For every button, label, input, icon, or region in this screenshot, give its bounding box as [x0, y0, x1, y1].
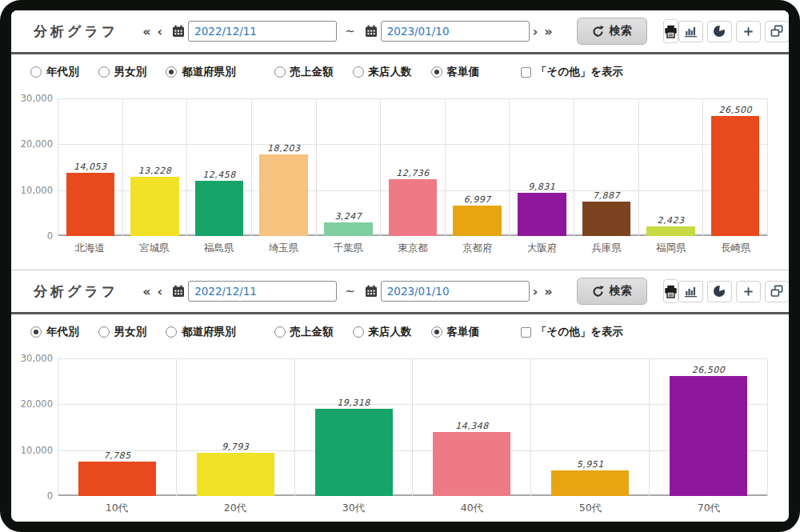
- bar-30代[interactable]: [315, 409, 393, 496]
- date-from-input[interactable]: [188, 281, 337, 302]
- copy-button[interactable]: [765, 281, 789, 302]
- bar-chart-button[interactable]: [678, 281, 703, 302]
- bar-value-label: 9,831: [528, 182, 555, 192]
- bar-長崎県[interactable]: [711, 116, 760, 236]
- y-axis-tick: 10,000: [21, 185, 53, 196]
- copy-icon: [770, 285, 783, 298]
- radio-売上金額[interactable]: 売上金額: [274, 325, 334, 339]
- radio-来店人数[interactable]: 来店人数: [353, 65, 412, 79]
- radio-売上金額[interactable]: 売上金額: [274, 65, 334, 79]
- window-buttons: [678, 21, 789, 42]
- radio-button: [98, 326, 110, 338]
- bar-value-label: 3,247: [334, 211, 362, 222]
- bar-兵庫県[interactable]: [582, 202, 631, 236]
- forward-button[interactable]: ›: [530, 284, 542, 299]
- radio-button: [274, 326, 286, 338]
- calendar-icon[interactable]: [365, 25, 378, 38]
- bar-福岡県[interactable]: [646, 226, 695, 236]
- radio-button: [353, 66, 364, 78]
- print-icon: [664, 25, 678, 38]
- plus-button[interactable]: [736, 281, 761, 302]
- bar-京都府[interactable]: [453, 206, 502, 236]
- radio-label: 年代別: [46, 325, 79, 339]
- plot-area: 14,05313,22812,45818,2033,24712,7366,997…: [58, 98, 768, 255]
- fast-forward-button[interactable]: »: [541, 284, 555, 299]
- checkbox-label: 「その他」を表示: [536, 65, 623, 79]
- bar-埼玉県[interactable]: [259, 154, 308, 236]
- y-axis-tick: 0: [47, 230, 53, 242]
- bar-slot: 3,247: [317, 98, 382, 236]
- pie-chart-button[interactable]: [707, 281, 732, 302]
- metric-radios: 売上金額来店人数客単価: [274, 65, 480, 79]
- group-radios: 年代別男女別都道府県別: [30, 65, 236, 79]
- plus-button[interactable]: [736, 21, 761, 42]
- radio-button: [274, 66, 286, 78]
- bar-10代[interactable]: [78, 462, 156, 496]
- x-axis-label: 30代: [294, 502, 413, 515]
- range-separator: ~: [345, 24, 355, 38]
- date-to-input[interactable]: [381, 281, 530, 302]
- backward-button[interactable]: ‹: [154, 24, 166, 39]
- radio-都道府県別[interactable]: 都道府県別: [166, 65, 236, 79]
- radio-客単価[interactable]: 客単価: [431, 65, 480, 79]
- bar-70代[interactable]: [670, 376, 747, 496]
- search-button-label: 検索: [610, 24, 632, 38]
- backward-button[interactable]: ‹: [154, 284, 166, 299]
- bar-slot: 13,228: [123, 98, 188, 236]
- show-others-checkbox[interactable]: 「その他」を表示: [521, 65, 623, 79]
- bar-北海道[interactable]: [66, 173, 115, 236]
- bar-福島県[interactable]: [195, 181, 244, 236]
- bar-value-label: 18,203: [267, 143, 301, 154]
- bar-value-label: 14,053: [74, 162, 107, 172]
- bar-slot: 14,053: [58, 98, 123, 236]
- radio-来店人数[interactable]: 来店人数: [353, 325, 412, 339]
- bar-20代[interactable]: [197, 453, 274, 496]
- refresh-icon: [592, 286, 604, 298]
- fast-backward-button[interactable]: «: [139, 24, 154, 39]
- fast-forward-button[interactable]: »: [541, 24, 555, 39]
- bar-宮城県[interactable]: [130, 177, 179, 236]
- radio-男女別[interactable]: 男女別: [98, 65, 147, 79]
- pie-chart-icon: [713, 285, 726, 298]
- radio-男女別[interactable]: 男女別: [98, 325, 147, 339]
- fast-backward-button[interactable]: «: [139, 284, 154, 299]
- bar-chart-button[interactable]: [678, 21, 703, 42]
- copy-icon: [770, 25, 783, 38]
- calendar-icon[interactable]: [172, 285, 185, 298]
- radio-年代別[interactable]: 年代別: [30, 65, 79, 79]
- device-frame: 分析グラフ « ‹ ~ › » 検索 年代別男女別都道府県別 売上金額来店人数客…: [0, 0, 800, 532]
- bar-slot: 12,458: [187, 98, 252, 236]
- radio-客単価[interactable]: 客単価: [431, 325, 480, 339]
- calendar-icon[interactable]: [172, 25, 185, 38]
- show-others-checkbox[interactable]: 「その他」を表示: [521, 325, 623, 339]
- pie-chart-button[interactable]: [707, 21, 732, 42]
- x-axis-label: 宮城県: [122, 242, 187, 255]
- bar-value-label: 5,951: [577, 459, 604, 470]
- calendar-icon[interactable]: [365, 285, 378, 298]
- bar-slot: 19,318: [295, 358, 414, 496]
- search-button[interactable]: 検索: [577, 278, 647, 305]
- forward-button[interactable]: ›: [530, 24, 542, 39]
- radio-年代別[interactable]: 年代別: [30, 325, 79, 339]
- date-from-input[interactable]: [188, 21, 337, 42]
- bar-千葉県[interactable]: [324, 222, 373, 236]
- bar-value-label: 7,887: [593, 190, 620, 201]
- radio-label: 来店人数: [369, 65, 412, 79]
- panels-container: 分析グラフ « ‹ ~ › » 検索 年代別男女別都道府県別 売上金額来店人数客…: [11, 10, 789, 522]
- radio-label: 売上金額: [290, 325, 334, 339]
- bar-40代[interactable]: [433, 432, 510, 496]
- radio-都道府県別[interactable]: 都道府県別: [166, 325, 236, 339]
- refresh-icon: [592, 26, 604, 38]
- bar-大阪府[interactable]: [518, 193, 566, 236]
- bar-東京都[interactable]: [389, 179, 438, 236]
- print-button[interactable]: [663, 19, 678, 43]
- x-axis-label: 福岡県: [639, 242, 704, 255]
- bar-value-label: 14,348: [455, 421, 489, 431]
- bar-50代[interactable]: [551, 470, 629, 496]
- date-to-input[interactable]: [381, 21, 530, 42]
- x-axis-label: 長崎県: [703, 242, 768, 255]
- copy-button[interactable]: [765, 21, 789, 42]
- search-button[interactable]: 検索: [577, 18, 647, 45]
- radio-button: [166, 326, 177, 338]
- print-button[interactable]: [663, 279, 678, 303]
